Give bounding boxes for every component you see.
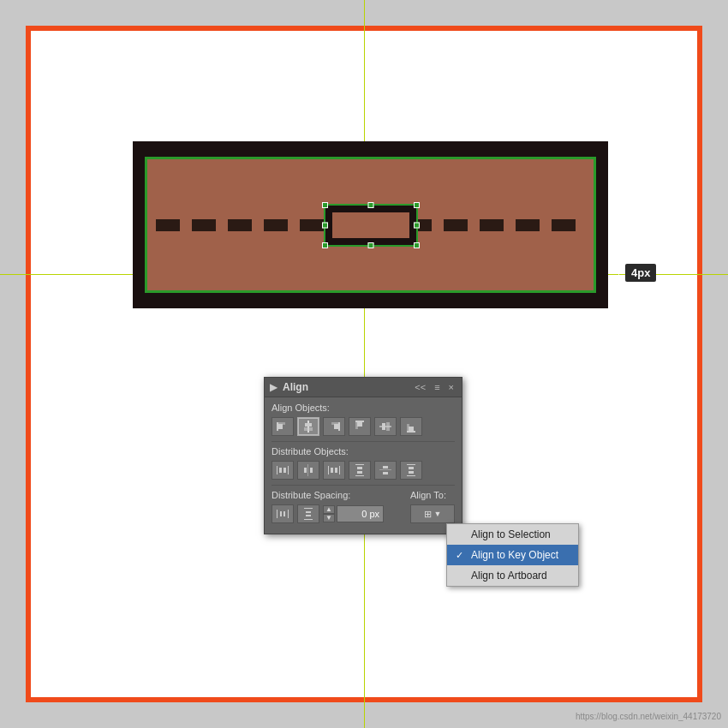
dash [156,219,180,231]
svg-rect-32 [357,471,362,474]
svg-rect-11 [355,422,358,429]
align-right-edges-button[interactable] [323,417,345,436]
svg-rect-15 [407,431,415,433]
handle-top-left[interactable] [322,202,328,208]
main-road-object[interactable] [133,141,608,308]
spinner-up-button[interactable]: ▲ [323,505,335,514]
svg-rect-9 [355,421,364,422]
svg-rect-41 [288,510,289,518]
svg-rect-42 [280,511,282,516]
handle-top-right[interactable] [414,202,420,208]
panel-close-button[interactable]: × [446,381,456,393]
align-to-chevron-icon: ▼ [434,510,442,518]
distribute-center-v-button[interactable] [374,461,397,480]
svg-rect-0 [277,422,278,431]
divider-1 [272,441,455,442]
distribute-spacing-label: Distribute Spacing: [272,490,403,500]
dash [480,219,504,231]
svg-rect-19 [288,466,289,474]
align-to-dropdown: ⊞ ▼ Align to Selection ✓ Align to Ke [410,504,455,523]
align-panel: ▶ Align << ≡ × Align Objects: [264,377,462,534]
inner-selected-rect[interactable] [324,204,418,247]
dash [264,219,288,231]
svg-rect-25 [328,466,329,474]
panel-titlebar: ▶ Align << ≡ × [265,378,462,397]
panel-controls: << ≡ × [412,381,456,393]
svg-rect-45 [304,519,313,520]
svg-rect-31 [357,467,362,469]
svg-rect-21 [283,468,286,473]
handle-mid-left[interactable] [322,222,328,228]
panel-body: Align Objects: [265,397,462,534]
handle-top-mid[interactable] [367,202,373,208]
align-to-dropdown-button[interactable]: ⊞ ▼ [410,504,455,523]
dash [192,219,216,231]
handle-bot-right[interactable] [414,242,420,248]
align-to-menu: Align to Selection ✓ Align to Key Object… [446,523,579,587]
svg-rect-8 [331,422,338,425]
distribute-right-button[interactable] [323,461,345,480]
align-to-key-object-label: Align to Key Object [471,549,558,561]
align-to-key-object-option[interactable]: ✓ Align to Key Object [447,545,578,565]
spacing-input[interactable] [337,505,384,522]
distribute-center-h-button[interactable] [297,461,319,480]
svg-rect-4 [305,423,312,427]
svg-rect-26 [339,466,340,474]
svg-rect-44 [304,508,313,509]
distribute-left-button[interactable] [272,461,294,480]
svg-rect-35 [383,472,388,474]
watermark: https://blog.csdn.net/weixin_44173720 [576,712,721,721]
align-horizontal-centers-button[interactable] [297,417,319,436]
handle-mid-right[interactable] [414,222,420,228]
align-objects-row [272,417,455,436]
align-to-selection-option[interactable]: Align to Selection [447,524,578,545]
svg-rect-2 [278,422,285,425]
svg-rect-47 [306,515,311,516]
check-icon-selected: ✓ [456,550,466,561]
align-vertical-centers-button[interactable] [374,417,397,436]
tooltip-value: 4px [625,264,656,282]
dash [228,219,252,231]
panel-collapse-button[interactable]: << [412,381,428,393]
align-panel-icon: ▶ [270,381,277,393]
svg-rect-24 [310,468,313,473]
align-bottom-edges-button[interactable] [400,417,422,436]
svg-rect-43 [283,511,285,516]
svg-rect-27 [331,468,333,473]
svg-rect-20 [279,468,282,473]
align-to-selection-label: Align to Selection [471,528,551,540]
align-left-edges-button[interactable] [272,417,294,436]
align-to-artboard-option[interactable]: Align to Artboard [447,565,578,586]
distribute-objects-row [272,461,455,480]
distribute-spacing-h-button[interactable] [272,504,294,523]
svg-rect-6 [338,422,340,431]
divider-2 [272,485,455,486]
dash [552,219,576,231]
svg-rect-28 [335,468,337,473]
distribute-spacing-v-button[interactable] [297,504,319,523]
svg-rect-18 [277,466,277,474]
dash [516,219,540,231]
distribute-spacing-col: Distribute Spacing: ▲ ▼ [272,490,403,528]
spacing-spinner[interactable]: ▲ ▼ [323,505,335,522]
tooltip-arrow-icon: ↕ [615,264,623,282]
panel-menu-button[interactable]: ≡ [432,381,442,393]
distribute-top-button[interactable] [349,461,371,480]
svg-rect-23 [304,468,307,473]
dash [300,219,324,231]
distribute-bottom-button[interactable] [400,461,422,480]
spinner-down-button[interactable]: ▼ [323,514,335,522]
handle-bot-left[interactable] [322,242,328,248]
svg-rect-5 [304,427,313,431]
svg-rect-36 [407,464,415,465]
distribute-objects-label: Distribute Objects: [272,446,455,456]
svg-rect-14 [386,422,390,431]
align-top-edges-button[interactable] [349,417,371,436]
svg-rect-37 [407,475,415,476]
svg-rect-38 [409,467,414,469]
svg-rect-13 [382,423,385,430]
svg-rect-34 [383,466,388,468]
svg-rect-46 [306,511,311,513]
handle-bot-mid[interactable] [367,242,373,248]
canvas: ↕ 4px ▶ Align << ≡ × Align Objects: [0,0,728,728]
